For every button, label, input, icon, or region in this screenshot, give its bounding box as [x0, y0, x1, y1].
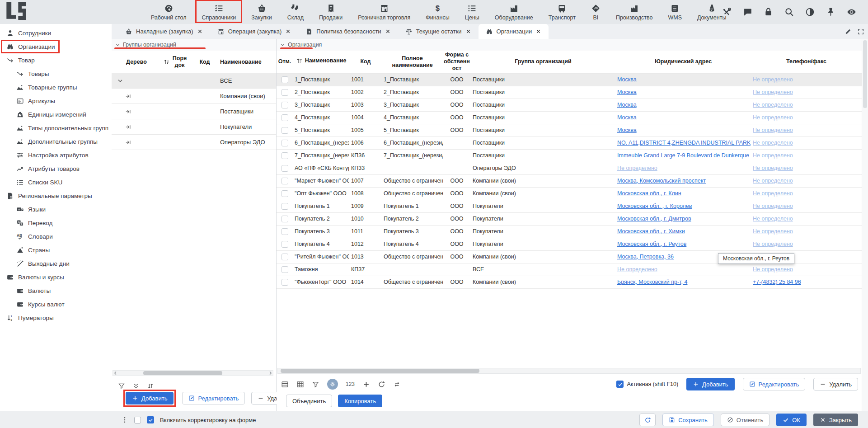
table-row[interactable]: "Опт Фьюжен" ООО 1008 Общество с огранич…	[277, 187, 862, 200]
sidebar-item-organizations[interactable]: Организации	[0, 40, 112, 53]
cancel-button[interactable]: Отменить	[721, 414, 769, 426]
table-row[interactable]: 7_Поставщик_(нерезиде КП36 7_Поставщик_(…	[277, 149, 862, 162]
phone-link[interactable]: Не определено	[753, 140, 793, 146]
group-add-button[interactable]: Добавить	[126, 392, 174, 404]
collapse-panel-icon[interactable]	[115, 42, 120, 47]
collapse-all-icon[interactable]	[132, 382, 140, 390]
tab-0[interactable]: Накладные (закупка)	[118, 24, 210, 39]
scrollbar-thumb[interactable]	[281, 369, 479, 373]
list-view-icon[interactable]	[281, 381, 289, 388]
row-checkbox[interactable]	[282, 228, 288, 235]
row-checkbox[interactable]	[282, 76, 288, 83]
group-row[interactable]: Операторы ЭДО	[112, 135, 276, 150]
fullscreen-icon[interactable]	[857, 28, 864, 35]
correction-checkbox[interactable]	[134, 417, 141, 423]
column-header-name[interactable]: Наименование	[220, 59, 276, 65]
sidebar-item-currency-rates[interactable]: Курсы валют	[0, 297, 112, 311]
phone-link[interactable]: Не определено	[753, 165, 793, 171]
checkbox-checked-icon[interactable]	[616, 381, 624, 388]
grid-view-icon[interactable]	[296, 381, 304, 388]
sidebar-item-products[interactable]: Товары	[0, 67, 112, 80]
phone-link[interactable]: Не определено	[753, 152, 793, 159]
toolbar-item-retail[interactable]: Розничная торговля	[356, 3, 412, 22]
table-row[interactable]: "Маркет Фьюжен" ООО 1007 Общество с огра…	[277, 174, 862, 187]
toolbar-item-purchases[interactable]: Закупки	[249, 3, 274, 22]
sidebar-item-product-groups[interactable]: Товарные группы	[0, 80, 112, 94]
sidebar-item-product[interactable]: Товар	[0, 53, 112, 67]
sidebar-item-extra-groups[interactable]: Дополнительные группы	[0, 135, 112, 148]
row-checkbox[interactable]	[282, 203, 288, 210]
toolbar-item-equipment[interactable]: Оборудование	[493, 3, 535, 22]
table-row[interactable]: "ФьюженТорг" ООО 1014 Общество с огранич…	[277, 276, 862, 288]
phone-link[interactable]: Не определено	[753, 266, 793, 273]
group-row[interactable]: Поставщики	[112, 104, 276, 119]
cycle-icon[interactable]	[393, 381, 401, 388]
close-tab-icon[interactable]	[385, 28, 391, 34]
merge-button[interactable]: Объединить	[286, 395, 332, 407]
chat-icon[interactable]	[743, 7, 752, 17]
row-checkbox[interactable]	[282, 89, 288, 96]
table-row[interactable]: 4_Поставщик 1004 4_Поставщик ООО Поставщ…	[277, 111, 862, 124]
address-link[interactable]: Московская обл., г. Клин	[617, 190, 681, 197]
group-row[interactable]: Компании (свои)	[112, 89, 276, 104]
copy-button[interactable]: Копировать	[338, 395, 382, 407]
row-checkbox[interactable]	[282, 178, 288, 184]
column-header-2[interactable]: Код	[349, 51, 382, 73]
groups-horizontal-scrollbar[interactable]	[113, 370, 273, 376]
table-row[interactable]: 3_Поставщик 1003 3_Поставщик ООО Поставщ…	[277, 99, 862, 111]
sidebar-item-articles[interactable]: Артикулы	[0, 94, 112, 108]
row-checkbox[interactable]	[282, 190, 288, 197]
tools-icon[interactable]	[722, 7, 732, 17]
sidebar-item-translation[interactable]: Перевод	[0, 216, 112, 230]
save-button[interactable]: Сохранить	[662, 414, 714, 426]
tab-1[interactable]: Операция (закупка)	[210, 24, 299, 39]
table-row[interactable]: Покупатель 4 1012 Покупатель 4 ООО Покуп…	[277, 238, 862, 250]
sidebar-item-units[interactable]: Единицы измерений	[0, 108, 112, 121]
address-link[interactable]: Москва, Петровка, 36	[617, 254, 674, 260]
phone-link[interactable]: Не определено	[753, 178, 793, 184]
column-header-4[interactable]: Форма собственност	[443, 51, 471, 73]
toolbar-item-wms[interactable]: WMS	[666, 3, 684, 22]
table-row[interactable]: Покупатель 3 1011 Покупатель 3 ООО Покуп…	[277, 225, 862, 238]
column-header-order[interactable]: Порядок	[161, 55, 189, 69]
edit-tabs-icon[interactable]	[845, 28, 852, 35]
table-row[interactable]: АО «ПФ «СКБ Контур» КП33 Операторы ЭДО Н…	[277, 162, 862, 174]
address-link[interactable]: Не определено	[617, 165, 657, 171]
sidebar-item-extra-group-types[interactable]: Типы дополнительных групп	[0, 121, 112, 135]
table-row[interactable]: 1_Поставщик 1001 1_Поставщик ООО Поставщ…	[277, 73, 862, 86]
expand-node-icon[interactable]	[125, 139, 131, 146]
settings-badge[interactable]	[327, 379, 338, 390]
ok-button[interactable]: ОК	[776, 414, 807, 426]
vertical-scrollbar[interactable]	[862, 39, 868, 411]
expand-node-icon[interactable]	[125, 108, 131, 115]
table-row[interactable]: Покупатель 1 1009 Покупатель 1 ООО Покуп…	[277, 200, 862, 212]
lock-icon[interactable]	[764, 7, 773, 17]
tab-3[interactable]: Текущие остатки	[398, 24, 479, 39]
pin-icon[interactable]	[826, 7, 835, 17]
group-row[interactable]: Покупатели	[112, 119, 276, 135]
watch-icon[interactable]	[847, 7, 856, 17]
toolbar-item-finance[interactable]: $ Финансы	[424, 3, 451, 22]
sidebar-item-languages[interactable]: Языки	[0, 202, 112, 216]
refresh-icon[interactable]	[378, 381, 385, 388]
sidebar-item-holidays[interactable]: Выходные дни	[0, 257, 112, 270]
table-row[interactable]: 5_Поставщик 1005 5_Поставщик ООО Поставщ…	[277, 124, 862, 136]
row-checkbox[interactable]	[282, 114, 288, 121]
phone-link[interactable]: +7-(4832) 25 84 96	[753, 279, 801, 285]
column-header-0[interactable]: Отм.	[277, 51, 293, 73]
toolbar-item-desktop[interactable]: Рабочий стол	[149, 3, 188, 22]
sidebar-item-sku-lists[interactable]: Списки SKU	[0, 175, 112, 189]
address-link[interactable]: Московская обл., г. Химки	[617, 228, 685, 235]
phone-link[interactable]: Не определено	[753, 102, 793, 108]
toolbar-item-prices[interactable]: Цены	[463, 3, 481, 22]
phone-link[interactable]: Не определено	[753, 76, 793, 83]
toolbar-item-warehouse[interactable]: Склад	[286, 3, 305, 22]
active-checkbox[interactable]: Активная (shift F10)	[616, 381, 678, 388]
row-checkbox[interactable]	[282, 102, 288, 108]
table-row[interactable]: 6_Поставщик_(нерезиде 1006 6_Поставщик_(…	[277, 136, 862, 149]
address-link[interactable]: Москва	[617, 102, 637, 108]
address-link[interactable]: Не определено	[617, 266, 657, 273]
address-link[interactable]: Московская обл., г. Дмитров	[617, 216, 691, 222]
row-checkbox[interactable]	[282, 127, 288, 134]
phone-link[interactable]: Не определено	[753, 190, 793, 197]
